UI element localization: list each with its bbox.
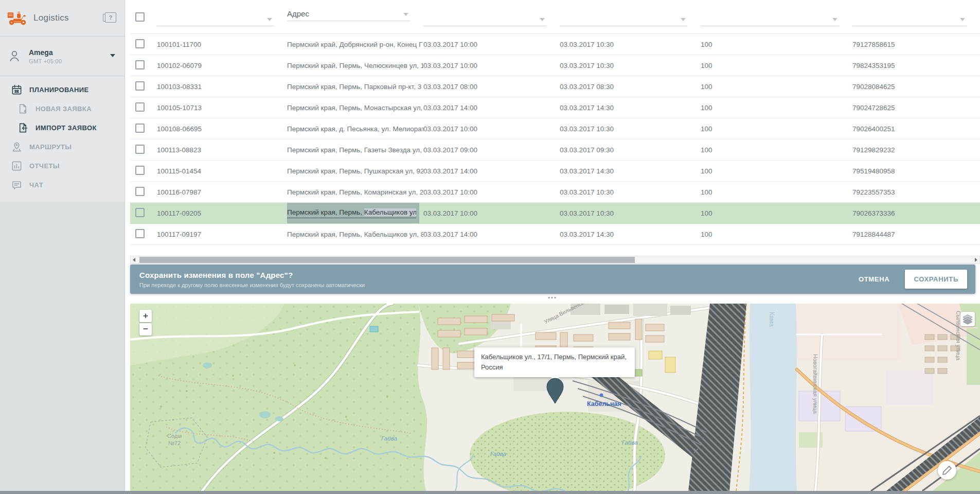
user-menu[interactable]: Amega GMT +05:00	[0, 37, 124, 76]
address-cell[interactable]: Пермский края, Пермь, Монастырская ул,	[287, 97, 423, 118]
address-cell[interactable]: Пермский край, Пермь, Челюскинцев ул, 1	[287, 55, 423, 76]
row-checkbox[interactable]	[135, 39, 145, 48]
filter-select-address[interactable]: Адрес	[287, 6, 410, 21]
time-from-cell[interactable]: 03.03.2017 10:00	[423, 41, 560, 48]
qty-cell[interactable]: 100	[701, 209, 852, 217]
time-to-cell[interactable]: 03.03.2017 10:30	[560, 41, 701, 48]
row-checkbox[interactable]	[135, 60, 145, 69]
table-row[interactable]: 100102-06079Пермский край, Пермь, Челюск…	[130, 55, 980, 76]
scroll-right-arrow-icon[interactable]	[975, 258, 977, 262]
sidebar-item-import[interactable]: ИМПОРТ ЗАЯВОК	[0, 118, 124, 137]
order-id-cell[interactable]: 100117-09205	[157, 209, 287, 217]
table-row[interactable]: 100103-08331Пермский края, Пермь, Парков…	[130, 76, 980, 97]
phone-cell[interactable]: 79129829232	[852, 146, 980, 154]
phone-cell[interactable]: 79026373336	[852, 209, 980, 217]
zoom-in-button[interactable]: +	[139, 310, 152, 322]
order-id-cell[interactable]: 100108-06695	[157, 125, 287, 133]
row-checkbox[interactable]	[135, 81, 145, 91]
phone-cell[interactable]: 79026400251	[852, 125, 980, 133]
qty-cell[interactable]: 100	[701, 83, 852, 91]
table-row[interactable]: 100108-06695Пермский края, д. Песьянка, …	[130, 118, 980, 139]
qty-cell[interactable]: 100	[701, 146, 852, 154]
time-from-cell[interactable]: 03.03.2017 10:00	[423, 209, 560, 217]
time-to-cell[interactable]: 03.03.2017 09:30	[560, 146, 701, 154]
order-id-cell[interactable]: 100116-07987	[157, 188, 287, 196]
phone-cell[interactable]: 79127858615	[852, 41, 980, 48]
time-from-cell[interactable]: 03.03.2017 14:00	[423, 104, 560, 112]
table-row[interactable]: 100116-07987Пермский края, Пермь, Комари…	[130, 182, 980, 203]
address-cell[interactable]: Пермский края, Пермь, Газеты Звезда ул,	[287, 139, 423, 160]
help-box-icon[interactable]: ?	[105, 12, 116, 23]
sidebar-item-planning[interactable]: ПЛАНИРОВАНИЕ	[0, 80, 124, 99]
row-checkbox[interactable]	[135, 229, 145, 238]
scroll-left-arrow-icon[interactable]	[133, 258, 135, 262]
address-cell[interactable]: Пермский края, Пермь, Парковый пр-кт, 3	[287, 76, 423, 97]
map[interactable]: Кабельщиков ул., 17/1, Пермь, Пермский к…	[130, 304, 980, 491]
time-to-cell[interactable]: 03.03.2017 10:30	[560, 209, 701, 217]
address-edit-text[interactable]: Пермский края, Пермь, Кабельщиков ул	[287, 208, 416, 218]
sidebar-item-new-order[interactable]: НОВАЯ ЗАЯВКА	[0, 99, 124, 118]
qty-cell[interactable]: 100	[701, 104, 852, 112]
address-cell[interactable]: Пермский края, Пермь, Пушкарская ул, 92	[287, 161, 423, 181]
scrollbar-thumb[interactable]	[139, 257, 635, 263]
time-to-cell[interactable]: 03.03.2017 14:30	[560, 231, 701, 238]
row-checkbox[interactable]	[135, 187, 145, 196]
time-to-cell[interactable]: 03.03.2017 10:30	[560, 62, 701, 69]
phone-cell[interactable]: 79223557353	[852, 188, 980, 196]
row-checkbox[interactable]	[135, 102, 145, 112]
phone-cell[interactable]: 79024728625	[852, 104, 980, 112]
filter-select-qty[interactable]	[701, 11, 839, 26]
table-row[interactable]: 100117-09197Пермский края, Пермь, Кабель…	[130, 224, 980, 245]
sidebar-item-chat[interactable]: ЧАТ	[0, 175, 124, 195]
table-row[interactable]: 100115-01454Пермский края, Пермь, Пушкар…	[130, 161, 980, 182]
address-cell[interactable]: Пермский края, Пермь, Комаринская ул, 2	[287, 182, 423, 202]
address-cell[interactable]: Пермский края, д. Песьянка, ул. Мелиорат	[287, 118, 423, 139]
order-id-cell[interactable]: 100103-08331	[157, 83, 287, 91]
filter-select-time-to[interactable]	[560, 11, 687, 26]
row-checkbox[interactable]	[135, 123, 145, 133]
zoom-out-button[interactable]: −	[139, 323, 152, 336]
table-row[interactable]: 100101-11700Пермский край, Добрянский р-…	[130, 34, 980, 55]
order-id-cell[interactable]: 100105-10713	[157, 104, 287, 112]
save-button[interactable]: СОХРАНИТЬ	[905, 270, 967, 289]
map-marker-icon[interactable]	[544, 377, 566, 404]
sidebar-item-reports[interactable]: ОТЧЕТЫ	[0, 156, 124, 175]
phone-cell[interactable]: 79824353195	[852, 62, 980, 69]
panel-drag-handle[interactable]: •••	[125, 294, 980, 301]
table-row[interactable]: 100105-10713Пермский края, Пермь, Монаст…	[130, 97, 980, 118]
time-from-cell[interactable]: 03.03.2017 14:00	[423, 167, 560, 175]
time-from-cell[interactable]: 03.03.2017 14:00	[423, 231, 560, 238]
table-row[interactable]: 100117-09205Пермский края, Пермь, Кабель…	[130, 203, 980, 224]
order-id-cell[interactable]: 100113-08823	[157, 146, 287, 154]
qty-cell[interactable]: 100	[701, 188, 852, 196]
time-to-cell[interactable]: 03.03.2017 14:30	[560, 167, 701, 175]
phone-cell[interactable]: 79128844487	[852, 231, 980, 238]
address-cell[interactable]: Пермский край, Добрянский р-он, Конец Г	[287, 34, 423, 55]
row-checkbox[interactable]	[135, 166, 145, 175]
qty-cell[interactable]: 100	[701, 167, 852, 175]
filter-select-time-from[interactable]	[423, 11, 546, 26]
row-checkbox[interactable]	[135, 208, 145, 217]
time-from-cell[interactable]: 03.03.2017 09:00	[423, 146, 560, 154]
sidebar-item-routes[interactable]: МАРШРУТЫ	[0, 137, 124, 156]
time-from-cell[interactable]: 03.03.2017 10:00	[423, 62, 560, 69]
time-from-cell[interactable]: 03.03.2017 08:00	[423, 83, 560, 91]
time-from-cell[interactable]: 03.03.2017 10:00	[423, 188, 560, 196]
qty-cell[interactable]: 100	[701, 231, 852, 238]
order-id-cell[interactable]: 100115-01454	[157, 167, 287, 175]
time-to-cell[interactable]: 03.03.2017 14:30	[560, 104, 701, 112]
filter-select-phone[interactable]	[852, 11, 967, 26]
time-to-cell[interactable]: 03.03.2017 08:30	[560, 83, 701, 91]
map-edit-button[interactable]	[938, 461, 956, 480]
phone-cell[interactable]: 79519480958	[852, 167, 980, 175]
cancel-button[interactable]: ОТМЕНА	[859, 275, 890, 283]
map-layers-button[interactable]	[960, 312, 975, 326]
select-all-checkbox[interactable]	[135, 12, 145, 22]
filter-select-id[interactable]	[157, 11, 274, 26]
time-to-cell[interactable]: 03.03.2017 10:30	[560, 125, 701, 133]
qty-cell[interactable]: 100	[701, 125, 852, 133]
qty-cell[interactable]: 100	[701, 41, 852, 48]
address-cell[interactable]: Пермский края, Пермь, Кабельщиков ул, 8	[287, 224, 423, 244]
time-to-cell[interactable]: 03.03.2017 10:30	[560, 188, 701, 196]
phone-cell[interactable]: 79028084625	[852, 83, 980, 91]
